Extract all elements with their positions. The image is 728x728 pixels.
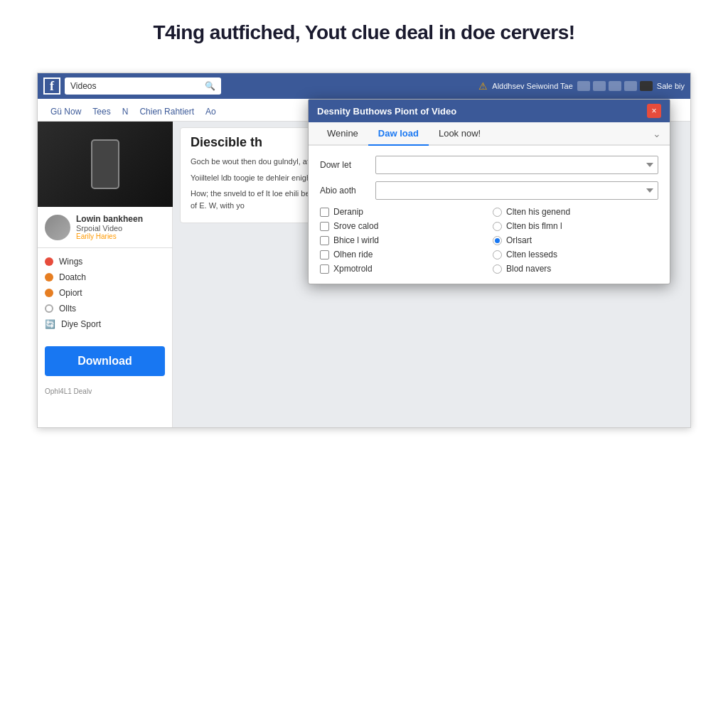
topbar-right-label: Alddhsev Seiwoind Tae [492, 82, 573, 90]
dialog-option-radio-4[interactable]: Clten lesseds [493, 250, 658, 259]
nav-tab-sidebar-extra[interactable]: Chien Rahtiert [134, 104, 200, 121]
nav-icon-5[interactable] [640, 81, 653, 91]
warning-icon: ⚠ [478, 80, 488, 92]
profile-sub: Srpoial Video [76, 224, 143, 232]
nav-icon-4[interactable] [624, 81, 637, 91]
dialog-popup: Desnity Buthows Piont of Video × Wenine … [308, 99, 670, 284]
radio-2[interactable] [493, 222, 502, 231]
sidebar-footer: Ophl4L1 Dealv [38, 385, 172, 398]
dialog-option-radio-2[interactable]: Clten bis flmn l [493, 221, 658, 231]
dialog-option-2[interactable]: Srove calod [320, 221, 486, 231]
menu-item-label: Diye Sport [61, 319, 101, 329]
video-thumbnail[interactable] [38, 122, 173, 207]
fb-search-text: Videos [70, 81, 202, 91]
profile-name: Lowin bankheen [76, 214, 143, 224]
dialog-option-radio-3[interactable]: Orlsart [493, 235, 658, 245]
checkbox-1[interactable] [320, 208, 329, 217]
radio-dot-white [45, 304, 53, 313]
checkbox-label-2: Srove calod [333, 221, 378, 231]
dialog-form-label-2: Abio aoth [320, 186, 370, 196]
dialog-tab-wenine[interactable]: Wenine [317, 122, 368, 146]
checkbox-3[interactable] [320, 236, 329, 245]
list-item[interactable]: Opiort [45, 285, 165, 301]
sport-icon: 🔄 [45, 319, 55, 329]
radio-dot-orange2 [45, 289, 53, 297]
dialog-form-row-1: Dowr let [320, 156, 658, 174]
nav-icon-2[interactable] [593, 81, 606, 91]
dialog-select-1[interactable] [375, 156, 658, 174]
fb-logo-icon: f [43, 77, 60, 95]
video-thumb-inner [38, 122, 173, 207]
radio-label-3: Orlsart [506, 235, 532, 245]
dialog-title: Desnity Buthows Piont of Video [317, 106, 456, 117]
nav-icon-3[interactable] [609, 81, 621, 91]
fb-search-bar[interactable]: Videos 🔍 [65, 77, 221, 95]
checkbox-4[interactable] [320, 250, 329, 259]
fb-sidebar: Lowin bankheen Srpoial Video Earily Hari… [38, 122, 173, 427]
radio-4[interactable] [493, 250, 502, 259]
menu-item-label: Opiort [59, 288, 82, 298]
dialog-option-radio-1[interactable]: Clten his genend [493, 207, 658, 217]
dialog-option-1[interactable]: Deranip [320, 207, 486, 217]
profile-badge: Earily Haries [76, 232, 143, 240]
list-item[interactable]: Wings [45, 254, 165, 269]
phone-graphic [91, 139, 119, 189]
dialog-tab-looknow[interactable]: Look now! [429, 122, 491, 146]
nav-tab-tees[interactable]: Tees [87, 104, 116, 121]
dialog-option-3[interactable]: Bhice l wirld [320, 235, 486, 245]
nav-tab-n[interactable]: N [117, 104, 134, 121]
search-icon: 🔍 [205, 81, 215, 91]
dialog-close-button[interactable]: × [647, 104, 661, 118]
checkbox-2[interactable] [320, 222, 329, 231]
list-item[interactable]: Ollts [45, 301, 165, 316]
nav-tab-ao[interactable]: Ao [200, 104, 222, 121]
dialog-tabs: Wenine Daw load Look now! ⌄ [309, 122, 670, 146]
screenshot-container: f Videos 🔍 ⚠ Alddhsev Seiwoind Tae Sale … [37, 73, 691, 428]
nav-tab-gunow[interactable]: Gü Now [45, 104, 87, 121]
dialog-option-radio-5[interactable]: Blod navers [493, 264, 658, 274]
dialog-tab-dawload[interactable]: Daw load [368, 122, 429, 146]
radio-dot-orange [45, 273, 53, 282]
dialog-form-label-1: Dowr let [320, 160, 370, 170]
dialog-select-2[interactable] [375, 181, 658, 200]
checkbox-label-3: Bhice l wirld [333, 235, 379, 245]
checkbox-label-1: Deranip [333, 207, 363, 217]
dialog-option-4[interactable]: Olhen ride [320, 250, 486, 259]
fb-topbar: f Videos 🔍 ⚠ Alddhsev Seiwoind Tae Sale … [38, 73, 690, 99]
avatar-image [45, 215, 70, 240]
radio-label-2: Clten bis flmn l [506, 221, 562, 231]
list-item[interactable]: 🔄 Diye Sport [45, 316, 165, 332]
sidebar-menu: Wings Doatch Opiort Ollts 🔄 Diye Sport [38, 248, 172, 338]
page-heading: T4ing autfiched, Yout clue deal in doe c… [0, 0, 728, 58]
sale-label: Sale biy [657, 82, 685, 90]
dialog-form-row-2: Abio aoth [320, 181, 658, 200]
radio-dot-red [45, 257, 53, 266]
radio-label-5: Blod navers [506, 264, 551, 274]
dialog-options-grid: Deranip Clten his genend Srove calod Clt… [320, 207, 658, 274]
download-button[interactable]: Download [45, 346, 165, 376]
dialog-option-5[interactable]: Xpmotrold [320, 264, 486, 274]
checkbox-label-5: Xpmotrold [333, 264, 373, 274]
menu-item-label: Doatch [59, 272, 86, 282]
nav-icon-1[interactable] [577, 81, 590, 91]
checkbox-5[interactable] [320, 264, 329, 274]
menu-item-label: Wings [59, 257, 82, 267]
radio-3[interactable] [493, 236, 502, 245]
chevron-down-icon[interactable]: ⌄ [653, 128, 661, 139]
checkbox-label-4: Olhen ride [333, 250, 373, 259]
radio-label-1: Clten his genend [506, 207, 570, 217]
radio-5[interactable] [493, 264, 502, 274]
fb-nav-icons [577, 81, 653, 91]
list-item[interactable]: Doatch [45, 269, 165, 285]
radio-1[interactable] [493, 208, 502, 217]
dialog-body: Dowr let Abio aoth Deranip [309, 146, 670, 284]
dialog-titlebar: Desnity Buthows Piont of Video × [309, 100, 670, 122]
menu-item-label: Ollts [59, 304, 76, 314]
sidebar-profile: Lowin bankheen Srpoial Video Earily Hari… [38, 207, 172, 248]
profile-info: Lowin bankheen Srpoial Video Earily Hari… [76, 214, 143, 240]
radio-label-4: Clten lesseds [506, 250, 557, 259]
avatar [45, 215, 70, 240]
fb-topbar-right: ⚠ Alddhsev Seiwoind Tae Sale biy [478, 80, 685, 92]
